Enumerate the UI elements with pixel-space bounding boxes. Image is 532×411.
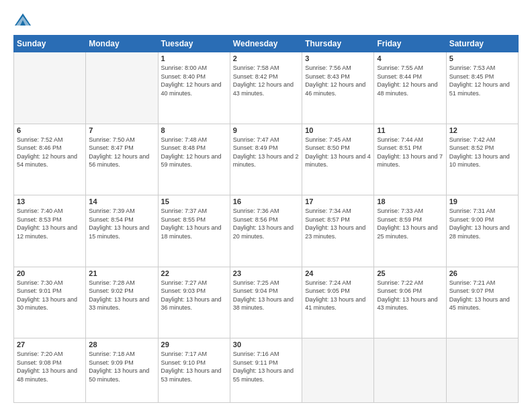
day-info: Sunrise: 7:18 AM Sunset: 9:09 PM Dayligh… <box>89 350 154 383</box>
calendar-cell: 13Sunrise: 7:40 AM Sunset: 8:53 PM Dayli… <box>14 195 86 267</box>
calendar-cell: 6Sunrise: 7:52 AM Sunset: 8:46 PM Daylig… <box>14 124 86 195</box>
day-number: 19 <box>449 197 515 205</box>
day-info: Sunrise: 7:47 AM Sunset: 8:49 PM Dayligh… <box>233 136 299 169</box>
calendar-cell: 17Sunrise: 7:34 AM Sunset: 8:57 PM Dayli… <box>302 195 374 267</box>
day-number: 2 <box>233 54 299 62</box>
day-of-week-header: Tuesday <box>158 36 230 52</box>
day-number: 9 <box>233 126 299 134</box>
calendar-cell: 30Sunrise: 7:16 AM Sunset: 9:11 PM Dayli… <box>230 338 302 403</box>
day-number: 15 <box>161 197 227 205</box>
day-info: Sunrise: 7:31 AM Sunset: 9:00 PM Dayligh… <box>449 207 515 240</box>
calendar-cell: 15Sunrise: 7:37 AM Sunset: 8:55 PM Dayli… <box>158 195 230 267</box>
day-info: Sunrise: 7:30 AM Sunset: 9:01 PM Dayligh… <box>17 279 83 312</box>
days-header-row: SundayMondayTuesdayWednesdayThursdayFrid… <box>14 36 519 52</box>
day-number: 3 <box>305 54 371 62</box>
page: SundayMondayTuesdayWednesdayThursdayFrid… <box>0 0 532 411</box>
calendar-cell: 7Sunrise: 7:50 AM Sunset: 8:47 PM Daylig… <box>86 124 158 195</box>
calendar-cell <box>446 338 518 403</box>
day-of-week-header: Monday <box>86 36 158 52</box>
calendar-cell <box>302 338 374 403</box>
calendar-cell: 14Sunrise: 7:39 AM Sunset: 8:54 PM Dayli… <box>86 195 158 267</box>
calendar-row: 1Sunrise: 8:00 AM Sunset: 8:40 PM Daylig… <box>14 52 519 124</box>
calendar-cell: 24Sunrise: 7:24 AM Sunset: 9:05 PM Dayli… <box>302 267 374 338</box>
calendar-cell: 20Sunrise: 7:30 AM Sunset: 9:01 PM Dayli… <box>14 267 86 338</box>
calendar-cell: 23Sunrise: 7:25 AM Sunset: 9:04 PM Dayli… <box>230 267 302 338</box>
day-info: Sunrise: 7:20 AM Sunset: 9:08 PM Dayligh… <box>17 350 83 383</box>
day-number: 24 <box>305 269 371 277</box>
calendar-cell: 29Sunrise: 7:17 AM Sunset: 9:10 PM Dayli… <box>158 338 230 403</box>
day-number: 28 <box>89 340 154 349</box>
calendar-cell: 22Sunrise: 7:27 AM Sunset: 9:03 PM Dayli… <box>158 267 230 338</box>
day-number: 1 <box>161 54 227 62</box>
day-info: Sunrise: 8:00 AM Sunset: 8:40 PM Dayligh… <box>161 64 227 97</box>
day-info: Sunrise: 7:55 AM Sunset: 8:44 PM Dayligh… <box>377 64 443 97</box>
calendar-cell: 12Sunrise: 7:42 AM Sunset: 8:52 PM Dayli… <box>446 124 518 195</box>
day-info: Sunrise: 7:58 AM Sunset: 8:42 PM Dayligh… <box>233 64 299 97</box>
day-number: 30 <box>233 340 299 349</box>
day-info: Sunrise: 7:36 AM Sunset: 8:56 PM Dayligh… <box>233 207 299 240</box>
calendar-body: 1Sunrise: 8:00 AM Sunset: 8:40 PM Daylig… <box>14 52 519 403</box>
calendar-cell: 1Sunrise: 8:00 AM Sunset: 8:40 PM Daylig… <box>158 52 230 124</box>
day-number: 14 <box>89 197 154 205</box>
calendar-row: 20Sunrise: 7:30 AM Sunset: 9:01 PM Dayli… <box>14 267 519 338</box>
day-number: 17 <box>305 197 371 205</box>
day-of-week-header: Saturday <box>446 36 518 52</box>
day-of-week-header: Sunday <box>14 36 86 52</box>
day-number: 6 <box>17 126 83 134</box>
day-info: Sunrise: 7:33 AM Sunset: 8:59 PM Dayligh… <box>377 207 443 240</box>
day-info: Sunrise: 7:40 AM Sunset: 8:53 PM Dayligh… <box>17 207 83 240</box>
day-of-week-header: Wednesday <box>230 36 302 52</box>
day-number: 11 <box>377 126 443 134</box>
calendar-cell: 8Sunrise: 7:48 AM Sunset: 8:48 PM Daylig… <box>158 124 230 195</box>
calendar-cell: 10Sunrise: 7:45 AM Sunset: 8:50 PM Dayli… <box>302 124 374 195</box>
logo <box>13 11 35 30</box>
day-number: 4 <box>377 54 443 62</box>
day-number: 27 <box>17 340 83 349</box>
calendar-row: 13Sunrise: 7:40 AM Sunset: 8:53 PM Dayli… <box>14 195 519 267</box>
day-number: 16 <box>233 197 299 205</box>
day-info: Sunrise: 7:45 AM Sunset: 8:50 PM Dayligh… <box>305 136 371 169</box>
day-number: 13 <box>17 197 83 205</box>
calendar-cell: 3Sunrise: 7:56 AM Sunset: 8:43 PM Daylig… <box>302 52 374 124</box>
day-number: 20 <box>17 269 83 277</box>
day-number: 25 <box>377 269 443 277</box>
calendar-header: SundayMondayTuesdayWednesdayThursdayFrid… <box>14 36 519 52</box>
day-info: Sunrise: 7:52 AM Sunset: 8:46 PM Dayligh… <box>17 136 83 169</box>
calendar-cell <box>374 338 446 403</box>
day-info: Sunrise: 7:22 AM Sunset: 9:06 PM Dayligh… <box>377 279 443 312</box>
day-info: Sunrise: 7:48 AM Sunset: 8:48 PM Dayligh… <box>161 136 227 169</box>
calendar-cell: 25Sunrise: 7:22 AM Sunset: 9:06 PM Dayli… <box>374 267 446 338</box>
day-number: 23 <box>233 269 299 277</box>
day-number: 26 <box>449 269 515 277</box>
calendar-cell: 21Sunrise: 7:28 AM Sunset: 9:02 PM Dayli… <box>86 267 158 338</box>
day-info: Sunrise: 7:21 AM Sunset: 9:07 PM Dayligh… <box>449 279 515 312</box>
header <box>13 11 519 30</box>
day-info: Sunrise: 7:37 AM Sunset: 8:55 PM Dayligh… <box>161 207 227 240</box>
calendar-cell: 18Sunrise: 7:33 AM Sunset: 8:59 PM Dayli… <box>374 195 446 267</box>
calendar-cell <box>14 52 86 124</box>
day-number: 7 <box>89 126 154 134</box>
day-info: Sunrise: 7:24 AM Sunset: 9:05 PM Dayligh… <box>305 279 371 312</box>
calendar-cell: 11Sunrise: 7:44 AM Sunset: 8:51 PM Dayli… <box>374 124 446 195</box>
calendar-cell <box>86 52 158 124</box>
day-info: Sunrise: 7:27 AM Sunset: 9:03 PM Dayligh… <box>161 279 227 312</box>
day-info: Sunrise: 7:56 AM Sunset: 8:43 PM Dayligh… <box>305 64 371 97</box>
day-info: Sunrise: 7:28 AM Sunset: 9:02 PM Dayligh… <box>89 279 154 312</box>
calendar-cell: 9Sunrise: 7:47 AM Sunset: 8:49 PM Daylig… <box>230 124 302 195</box>
day-number: 18 <box>377 197 443 205</box>
day-info: Sunrise: 7:17 AM Sunset: 9:10 PM Dayligh… <box>161 350 227 383</box>
calendar-row: 27Sunrise: 7:20 AM Sunset: 9:08 PM Dayli… <box>14 338 519 403</box>
day-number: 22 <box>161 269 227 277</box>
day-info: Sunrise: 7:34 AM Sunset: 8:57 PM Dayligh… <box>305 207 371 240</box>
day-info: Sunrise: 7:16 AM Sunset: 9:11 PM Dayligh… <box>233 350 299 383</box>
day-info: Sunrise: 7:44 AM Sunset: 8:51 PM Dayligh… <box>377 136 443 169</box>
day-info: Sunrise: 7:25 AM Sunset: 9:04 PM Dayligh… <box>233 279 299 312</box>
day-number: 21 <box>89 269 154 277</box>
day-of-week-header: Thursday <box>302 36 374 52</box>
calendar-cell: 5Sunrise: 7:53 AM Sunset: 8:45 PM Daylig… <box>446 52 518 124</box>
day-number: 8 <box>161 126 227 134</box>
calendar-cell: 2Sunrise: 7:58 AM Sunset: 8:42 PM Daylig… <box>230 52 302 124</box>
calendar-cell: 16Sunrise: 7:36 AM Sunset: 8:56 PM Dayli… <box>230 195 302 267</box>
calendar-cell: 19Sunrise: 7:31 AM Sunset: 9:00 PM Dayli… <box>446 195 518 267</box>
calendar-cell: 26Sunrise: 7:21 AM Sunset: 9:07 PM Dayli… <box>446 267 518 338</box>
